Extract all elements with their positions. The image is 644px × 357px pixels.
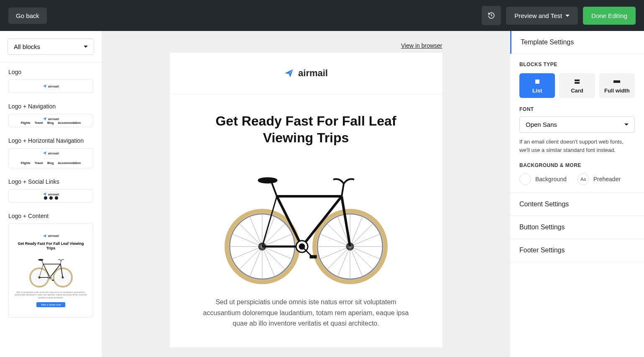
email-preview[interactable]: airmail Get Ready Fast For Fall Leaf Vie… bbox=[170, 53, 442, 347]
fullwidth-icon bbox=[613, 79, 620, 84]
block-label: Logo + Horizontal Navigation bbox=[8, 137, 93, 144]
bgmore-label: BACKGROUND & MORE bbox=[519, 162, 635, 168]
block-label: Logo + Navigation bbox=[8, 103, 93, 110]
paper-plane-icon bbox=[43, 84, 47, 88]
preheader-aa-icon: Aa bbox=[578, 173, 589, 185]
block-filter-select[interactable]: All blocks bbox=[8, 39, 94, 55]
preview-test-button[interactable]: Preview and Test bbox=[506, 7, 578, 25]
done-editing-button[interactable]: Done Editing bbox=[583, 7, 636, 25]
block-label: Logo + Social Links bbox=[8, 178, 93, 185]
tab-footer-settings[interactable]: Footer Settings bbox=[510, 239, 644, 262]
font-select[interactable]: Open Sans bbox=[519, 116, 635, 133]
blocks-type-list[interactable]: List bbox=[519, 73, 555, 98]
paper-plane-icon bbox=[43, 117, 47, 121]
svg-rect-51 bbox=[535, 80, 539, 84]
font-label: FONT bbox=[519, 106, 635, 112]
preheader-option[interactable]: Aa Preheader bbox=[578, 173, 621, 185]
font-note: If an email client doesn't support web f… bbox=[519, 138, 635, 154]
svg-rect-52 bbox=[575, 80, 580, 81]
tab-template-settings[interactable]: Template Settings bbox=[510, 31, 644, 54]
svg-rect-53 bbox=[575, 82, 580, 84]
blocks-panel: All blocks Logo airmail Logo + Navigatio… bbox=[0, 31, 102, 357]
chevron-down-icon bbox=[84, 46, 88, 48]
bike-image bbox=[218, 159, 394, 284]
go-back-button[interactable]: Go back bbox=[8, 8, 47, 24]
view-in-browser-link[interactable]: View in browser bbox=[401, 42, 442, 49]
block-label: Logo bbox=[8, 69, 93, 75]
editor-canvas: View in browser airmail Get Ready Fast F… bbox=[102, 31, 510, 357]
block-thumb-logo[interactable]: airmail bbox=[8, 80, 93, 93]
paper-plane-icon bbox=[284, 68, 294, 78]
tab-content-settings[interactable]: Content Settings bbox=[510, 193, 644, 216]
blocks-type-card[interactable]: Card bbox=[559, 73, 595, 98]
history-button[interactable] bbox=[482, 6, 501, 25]
email-paragraph: Sed ut perspiciatis unde omnis iste natu… bbox=[197, 297, 415, 329]
block-thumb-logo-content[interactable]: airmail Get Ready Fast For Fall Leaf Vie… bbox=[8, 223, 93, 318]
card-icon bbox=[574, 79, 580, 84]
blocks-type-fullwidth[interactable]: Full width bbox=[599, 73, 635, 98]
brand-name: airmail bbox=[298, 68, 328, 79]
email-headline: Get Ready Fast For Fall Leaf Viewing Tri… bbox=[195, 113, 417, 146]
block-label: Logo + Content bbox=[8, 213, 93, 219]
background-option[interactable]: Background bbox=[519, 173, 567, 185]
background-swatch-icon bbox=[519, 173, 531, 185]
chevron-down-icon bbox=[624, 123, 629, 126]
social-icon bbox=[49, 196, 53, 200]
block-thumb-logo-hnav[interactable]: airmail Flights Travel Blog Accommodatio… bbox=[8, 148, 93, 168]
tab-button-settings[interactable]: Button Settings bbox=[510, 216, 644, 239]
mini-cta-button: Take a closer look bbox=[36, 302, 65, 307]
paper-plane-icon bbox=[43, 151, 47, 155]
history-icon bbox=[488, 12, 495, 19]
paper-plane-icon bbox=[43, 192, 47, 196]
block-thumb-logo-social[interactable]: airmail bbox=[8, 189, 93, 203]
social-icon bbox=[44, 196, 47, 200]
top-bar: Go back Preview and Test Done Editing bbox=[0, 0, 644, 31]
settings-panel: Template Settings BLOCKS TYPE List Card … bbox=[510, 31, 644, 357]
social-icon bbox=[55, 196, 58, 200]
paper-plane-icon bbox=[43, 234, 47, 238]
chevron-down-icon bbox=[565, 15, 570, 17]
bike-icon bbox=[26, 254, 76, 288]
list-icon bbox=[534, 79, 541, 84]
svg-rect-54 bbox=[613, 80, 620, 83]
block-thumb-logo-nav[interactable]: airmail Flights Travel Blog Accommodatio… bbox=[8, 114, 93, 127]
blocks-type-label: BLOCKS TYPE bbox=[519, 62, 635, 67]
